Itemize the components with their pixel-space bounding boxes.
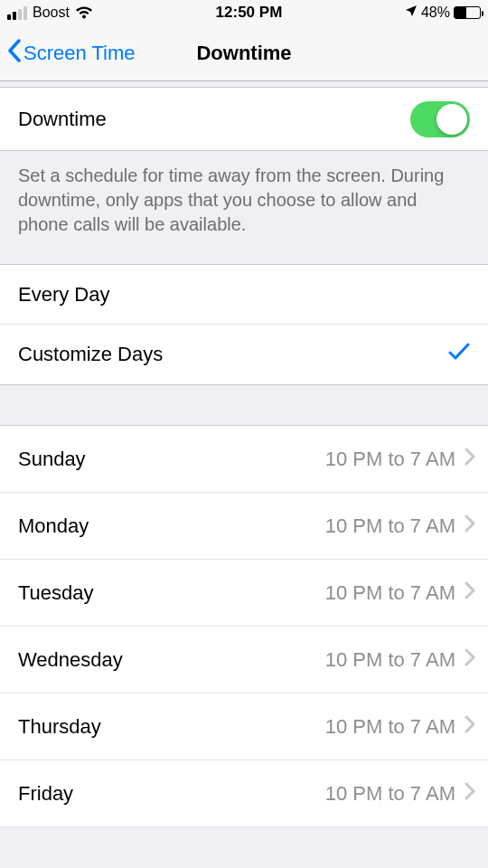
downtime-description: Set a schedule for time away from the sc… [0,151,488,264]
day-row-wednesday[interactable]: Wednesday10 PM to 7 AM [0,627,488,693]
day-time: 10 PM to 7 AM [325,448,455,471]
day-row-sunday[interactable]: Sunday10 PM to 7 AM [0,426,488,493]
day-row-monday[interactable]: Monday10 PM to 7 AM [0,493,488,560]
back-label: Screen Time [23,42,136,65]
every-day-option[interactable]: Every Day [0,265,488,325]
chevron-left-icon [7,39,22,68]
every-day-label: Every Day [18,283,109,307]
day-time: 10 PM to 7 AM [325,581,455,605]
chevron-right-icon [465,581,475,605]
day-name: Tuesday [18,581,94,605]
day-row-friday[interactable]: Friday10 PM to 7 AM [0,760,488,827]
status-time: 12:50 PM [216,4,283,22]
chevron-right-icon [465,648,475,672]
day-row-tuesday[interactable]: Tuesday10 PM to 7 AM [0,560,488,627]
days-list: Sunday10 PM to 7 AMMonday10 PM to 7 AMTu… [0,426,488,827]
day-time: 10 PM to 7 AM [325,715,455,739]
day-time: 10 PM to 7 AM [325,648,455,672]
day-name: Monday [18,514,89,538]
cellular-signal-icon [7,6,27,20]
carrier-label: Boost [33,5,70,21]
chevron-right-icon [465,448,475,471]
wifi-icon [75,6,93,20]
location-icon [405,5,418,21]
section-spacer [0,384,488,426]
day-time: 10 PM to 7 AM [325,782,455,806]
downtime-toggle[interactable] [410,101,470,137]
back-button[interactable]: Screen Time [7,39,136,68]
day-row-thursday[interactable]: Thursday10 PM to 7 AM [0,693,488,760]
day-name: Friday [18,782,73,806]
battery-percent: 48% [421,5,450,21]
day-time: 10 PM to 7 AM [325,514,455,538]
downtime-toggle-label: Downtime [18,108,107,131]
chevron-right-icon [465,715,475,739]
nav-header: Screen Time Downtime [0,25,488,81]
customize-days-label: Customize Days [18,343,163,366]
chevron-right-icon [465,782,475,806]
checkmark-icon [448,343,470,366]
day-name: Thursday [18,715,101,739]
day-name: Wednesday [18,648,123,672]
day-name: Sunday [18,448,86,471]
downtime-toggle-row: Downtime [0,88,488,151]
customize-days-option[interactable]: Customize Days [0,325,488,384]
battery-icon [454,6,481,19]
chevron-right-icon [465,514,475,538]
status-bar: Boost 12:50 PM 48% [0,0,488,25]
